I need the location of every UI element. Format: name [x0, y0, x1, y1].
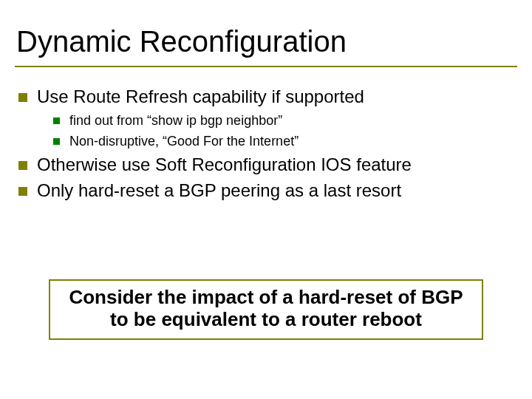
callout-box: Consider the impact of a hard-reset of B…	[49, 279, 483, 340]
bullet-level1: Only hard-reset a BGP peering as a last …	[18, 180, 510, 202]
bullet-text: Use Route Refresh capability if supporte…	[37, 86, 364, 106]
slide: Dynamic Reconfiguration Use Route Refres…	[0, 0, 532, 399]
square-bullet-icon	[18, 187, 27, 196]
slide-body: Use Route Refresh capability if supporte…	[15, 86, 517, 201]
bullet-text: Otherwise use Soft Reconfiguration IOS f…	[37, 154, 412, 174]
square-bullet-icon	[18, 161, 27, 170]
callout-text: Consider the impact of a hard-reset of B…	[69, 286, 463, 330]
bullet-level2: find out from “show ip bgp neighbor”	[53, 112, 510, 129]
bullet-level1: Otherwise use Soft Reconfiguration IOS f…	[18, 154, 510, 176]
bullet-text: Non-disruptive, “Good For the Internet”	[69, 134, 299, 149]
bullet-level2: Non-disruptive, “Good For the Internet”	[53, 133, 510, 150]
bullet-text: find out from “show ip bgp neighbor”	[69, 113, 282, 128]
square-bullet-icon	[53, 117, 60, 124]
square-bullet-icon	[18, 93, 27, 102]
title-underline	[15, 66, 517, 67]
bullet-text: Only hard-reset a BGP peering as a last …	[37, 180, 401, 200]
bullet-level1: Use Route Refresh capability if supporte…	[18, 86, 510, 108]
slide-title: Dynamic Reconfiguration	[15, 25, 517, 58]
square-bullet-icon	[53, 138, 60, 145]
